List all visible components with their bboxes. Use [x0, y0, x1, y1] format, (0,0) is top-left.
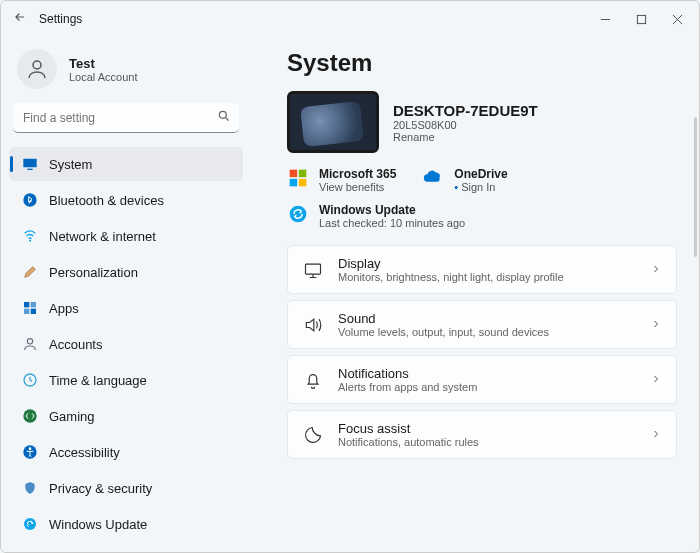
rename-link[interactable]: Rename: [393, 131, 538, 143]
accounts-icon: [21, 335, 39, 353]
user-account-type: Local Account: [69, 71, 138, 83]
card-sub: Volume levels, output, input, sound devi…: [338, 326, 549, 338]
personalization-icon: [21, 263, 39, 281]
chevron-right-icon: [650, 371, 662, 389]
nav-label: Gaming: [49, 409, 95, 424]
card-title: Sound: [338, 311, 549, 326]
focus-assist-icon: [302, 424, 324, 446]
network-icon: [21, 227, 39, 245]
m365-sub: View benefits: [319, 181, 396, 193]
sound-icon: [302, 314, 324, 336]
accessibility-icon: [21, 443, 39, 461]
sidebar: Test Local Account System Bluetooth & de…: [1, 37, 251, 552]
svg-rect-10: [31, 309, 36, 314]
card-display[interactable]: Display Monitors, brightness, night ligh…: [287, 245, 677, 294]
nav-label: Accounts: [49, 337, 102, 352]
main-content: System DESKTOP-7EDUE9T 20L5S08K00 Rename…: [251, 37, 699, 552]
scrollbar[interactable]: [694, 117, 697, 257]
svg-point-2: [219, 111, 226, 118]
svg-point-13: [23, 409, 36, 422]
system-icon: [21, 155, 39, 173]
onedrive-icon: [422, 167, 444, 189]
svg-point-16: [24, 518, 36, 530]
nav-label: Personalization: [49, 265, 138, 280]
card-title: Notifications: [338, 366, 477, 381]
svg-rect-18: [299, 170, 307, 178]
nav-label: Time & language: [49, 373, 147, 388]
nav-item-network[interactable]: Network & internet: [9, 219, 243, 253]
svg-rect-8: [31, 302, 36, 307]
card-focus-assist[interactable]: Focus assist Notifications, automatic ru…: [287, 410, 677, 459]
update-title: Windows Update: [319, 203, 465, 217]
nav-label: Windows Update: [49, 517, 147, 532]
microsoft-365-tile[interactable]: Microsoft 365 View benefits: [287, 167, 396, 193]
svg-rect-17: [290, 170, 298, 178]
search-input[interactable]: [13, 103, 239, 133]
display-icon: [302, 259, 324, 281]
windows-update-tile[interactable]: Windows Update Last checked: 10 minutes …: [287, 203, 465, 229]
card-notifications[interactable]: Notifications Alerts from apps and syste…: [287, 355, 677, 404]
nav-list: System Bluetooth & devices Network & int…: [9, 147, 243, 541]
close-button[interactable]: [659, 5, 695, 33]
nav-item-accessibility[interactable]: Accessibility: [9, 435, 243, 469]
svg-rect-20: [299, 179, 307, 187]
svg-point-15: [29, 447, 32, 450]
onedrive-tile[interactable]: OneDrive •Sign In: [422, 167, 507, 193]
maximize-button[interactable]: [623, 5, 659, 33]
svg-rect-22: [306, 264, 321, 274]
svg-rect-7: [24, 302, 29, 307]
nav-label: Accessibility: [49, 445, 120, 460]
nav-label: System: [49, 157, 92, 172]
windows-update-status-icon: [287, 203, 309, 225]
m365-title: Microsoft 365: [319, 167, 396, 181]
svg-point-21: [290, 206, 307, 223]
chevron-right-icon: [650, 426, 662, 444]
card-sub: Monitors, brightness, night light, displ…: [338, 271, 564, 283]
nav-label: Network & internet: [49, 229, 156, 244]
chevron-right-icon: [650, 316, 662, 334]
search-box[interactable]: [13, 103, 239, 133]
nav-label: Bluetooth & devices: [49, 193, 164, 208]
nav-item-time-language[interactable]: Time & language: [9, 363, 243, 397]
page-heading: System: [287, 49, 677, 77]
svg-rect-19: [290, 179, 298, 187]
nav-item-apps[interactable]: Apps: [9, 291, 243, 325]
card-sub: Alerts from apps and system: [338, 381, 477, 393]
user-profile[interactable]: Test Local Account: [9, 43, 243, 103]
nav-item-accounts[interactable]: Accounts: [9, 327, 243, 361]
bluetooth-icon: [21, 191, 39, 209]
card-sound[interactable]: Sound Volume levels, output, input, soun…: [287, 300, 677, 349]
window-title: Settings: [35, 12, 82, 26]
card-sub: Notifications, automatic rules: [338, 436, 479, 448]
back-button[interactable]: [5, 6, 35, 32]
update-sub: Last checked: 10 minutes ago: [319, 217, 465, 229]
nav-item-gaming[interactable]: Gaming: [9, 399, 243, 433]
avatar-icon: [17, 49, 57, 89]
device-image: [287, 91, 379, 153]
device-info: DESKTOP-7EDUE9T 20L5S08K00 Rename: [287, 91, 677, 153]
nav-label: Privacy & security: [49, 481, 152, 496]
gaming-icon: [21, 407, 39, 425]
svg-point-6: [29, 240, 31, 242]
microsoft-365-icon: [287, 167, 309, 189]
device-model: 20L5S08K00: [393, 119, 538, 131]
time-language-icon: [21, 371, 39, 389]
nav-item-windows-update[interactable]: Windows Update: [9, 507, 243, 541]
onedrive-title: OneDrive: [454, 167, 507, 181]
svg-rect-4: [27, 169, 32, 170]
svg-rect-3: [23, 159, 36, 168]
notifications-icon: [302, 369, 324, 391]
nav-item-personalization[interactable]: Personalization: [9, 255, 243, 289]
nav-item-bluetooth[interactable]: Bluetooth & devices: [9, 183, 243, 217]
svg-rect-9: [24, 309, 29, 314]
card-title: Display: [338, 256, 564, 271]
svg-point-11: [27, 339, 32, 344]
minimize-button[interactable]: [587, 5, 623, 33]
nav-item-system[interactable]: System: [9, 147, 243, 181]
svg-point-1: [33, 61, 41, 69]
svg-point-5: [23, 193, 36, 206]
nav-item-privacy[interactable]: Privacy & security: [9, 471, 243, 505]
svg-rect-0: [637, 15, 645, 23]
nav-label: Apps: [49, 301, 79, 316]
onedrive-sub: •Sign In: [454, 181, 507, 193]
